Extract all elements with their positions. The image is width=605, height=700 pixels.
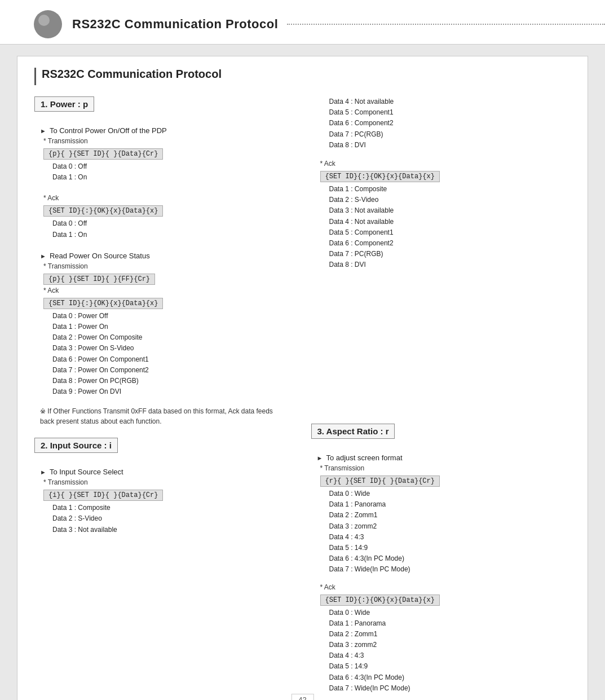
main-content: RS232C Communication Protocol 1. Power :… bbox=[17, 56, 588, 700]
aspect-bullet1: ► To adjust screen format bbox=[317, 454, 571, 462]
input-source-section-box: 2. Input Source : i bbox=[34, 438, 118, 453]
power-ack-data-0: Data 0 : Off bbox=[52, 218, 294, 229]
power-tx-data-1: Data 1 : On bbox=[52, 172, 294, 183]
aspect-ack-code: {SET ID}{:}{OK}{x}{Data}{x} bbox=[320, 595, 440, 606]
aspect-ack-d0: Data 0 : Wide bbox=[329, 607, 571, 618]
aspect-tx-d6: Data 6 : 4:3(In PC Mode) bbox=[329, 553, 571, 564]
section-input-source: 2. Input Source : i ► To Input Source Se… bbox=[34, 438, 294, 535]
power-tx-code: {p}{ }{SET ID}{ }{Data}{Cr} bbox=[43, 148, 163, 160]
power-ack2-label: * Ack bbox=[43, 287, 294, 294]
power-tx-label: * Transmission bbox=[43, 137, 294, 145]
header-title: RS232C Communication Protocol bbox=[72, 17, 278, 32]
power-ack2-d0: Data 0 : Power Off bbox=[52, 311, 294, 322]
aspect-tx-code: {r}{ }{SET ID}{ }{Data}{Cr} bbox=[320, 476, 440, 487]
input-bullet1-text: To Input Source Select bbox=[50, 468, 123, 476]
aspect-ack-d4: Data 4 : 4:3 bbox=[329, 650, 571, 661]
aspect-bullet1-text: To adjust screen format bbox=[326, 454, 402, 462]
power-ack2-d2: Data 2 : Power On Composite bbox=[52, 332, 294, 343]
power-tx-code2: {p}{ }{SET ID}{ }{FF}{Cr} bbox=[43, 274, 155, 285]
input-tx-d2: Data 2 : S-Video bbox=[52, 513, 294, 524]
header-bar: RS232C Communication Protocol bbox=[0, 0, 605, 45]
input-source-right: Data 4 : Not available Data 5 : Componen… bbox=[311, 96, 571, 424]
power-ack2-d5: Data 7 : Power On Component2 bbox=[52, 365, 294, 376]
header-logo bbox=[34, 10, 62, 38]
input-ack-d2: Data 2 : S-Video bbox=[329, 195, 571, 205]
power-tx-data-0: Data 0 : Off bbox=[52, 161, 294, 172]
power-ack-code: {SET ID}{:}{OK}{x}{Data}{x} bbox=[43, 205, 163, 217]
input-ack-d4: Data 4 : Not available bbox=[329, 217, 571, 227]
input-ack-d5: Data 5 : Component1 bbox=[329, 227, 571, 238]
aspect-tx-d2: Data 2 : Zomm1 bbox=[329, 510, 571, 521]
aspect-ratio-section-box: 3. Aspect Ratio : r bbox=[311, 424, 395, 439]
power-ack2-d4: Data 6 : Power On Component1 bbox=[52, 354, 294, 365]
section-power: 1. Power : p ► To Control Power On/Off o… bbox=[34, 96, 294, 426]
aspect-tx-d1: Data 1 : Panorama bbox=[329, 499, 571, 510]
aspect-ack-label: * Ack bbox=[320, 583, 571, 591]
input-tx-d8: Data 8 : DVI bbox=[329, 140, 571, 151]
power-ack2-d6: Data 8 : Power On PC(RGB) bbox=[52, 376, 294, 386]
power-note: ※ If Other Functions Transmit 0xFF data … bbox=[40, 406, 289, 426]
power-note-text: ※ If Other Functions Transmit 0xFF data … bbox=[40, 407, 273, 425]
power-ack-label: * Ack bbox=[43, 194, 294, 202]
input-tx-d5: Data 5 : Component1 bbox=[329, 107, 571, 118]
aspect-ack-d7: Data 7 : Wide(In PC Mode) bbox=[329, 683, 571, 694]
power-ack-data-1: Data 1 : On bbox=[52, 230, 294, 240]
power-bullet1-text: To Control Power On/Off of the PDP bbox=[50, 126, 167, 135]
power-bullet2-text: Read Power On Source Status bbox=[50, 252, 150, 260]
input-tx-d1: Data 1 : Composite bbox=[52, 503, 294, 513]
power-section-box: 1. Power : p bbox=[34, 96, 94, 112]
aspect-tx-d7: Data 7 : Wide(In PC Mode) bbox=[329, 564, 571, 575]
input-ack-code: {SET ID}{:}{OK}{x}{Data}{x} bbox=[320, 171, 440, 182]
input-ack-d8: Data 8 : DVI bbox=[329, 259, 571, 270]
bullet-arrow-4: ► bbox=[317, 455, 323, 461]
power-bullet1: ► To Control Power On/Off of the PDP bbox=[40, 126, 294, 135]
input-source-right-content: Data 4 : Not available Data 5 : Componen… bbox=[311, 96, 571, 424]
aspect-tx-d0: Data 0 : Wide bbox=[329, 488, 571, 499]
header-dots bbox=[287, 24, 605, 25]
page-wrapper: RS232C Communication Protocol RS232C Com… bbox=[0, 0, 605, 700]
input-source-title: 2. Input Source : i bbox=[41, 441, 112, 450]
col-right: Data 4 : Not available Data 5 : Componen… bbox=[311, 96, 571, 694]
power-ack2-d1: Data 1 : Power On bbox=[52, 322, 294, 332]
input-ack-d1: Data 1 : Composite bbox=[329, 184, 571, 195]
aspect-ack-d1: Data 1 : Panorama bbox=[329, 618, 571, 629]
input-ack-d6: Data 6 : Component2 bbox=[329, 238, 571, 249]
col-left: 1. Power : p ► To Control Power On/Off o… bbox=[34, 96, 294, 694]
input-ack-d7: Data 7 : PC(RGB) bbox=[329, 249, 571, 259]
input-tx-d6: Data 6 : Component2 bbox=[329, 118, 571, 129]
section-aspect-ratio: 3. Aspect Ratio : r ► To adjust screen f… bbox=[311, 424, 571, 694]
aspect-tx-d5: Data 5 : 14:9 bbox=[329, 543, 571, 553]
power-tx2-label: * Transmission bbox=[43, 262, 294, 270]
input-tx-d4: Data 4 : Not available bbox=[329, 96, 571, 107]
power-ack2-code: {SET ID}{:}{OK}{x}{Data}{x} bbox=[43, 298, 163, 309]
aspect-tx-d4: Data 4 : 4:3 bbox=[329, 532, 571, 543]
power-bullet2: ► Read Power On Source Status bbox=[40, 252, 294, 260]
input-ack-label: * Ack bbox=[320, 160, 571, 168]
aspect-ack-d5: Data 5 : 14:9 bbox=[329, 661, 571, 672]
aspect-ratio-title: 3. Aspect Ratio : r bbox=[317, 426, 389, 436]
page-number: 42 bbox=[298, 695, 306, 700]
page-heading: RS232C Communication Protocol bbox=[34, 68, 571, 85]
input-tx-code: {i}{ }{SET ID}{ }{Data}{Cr} bbox=[43, 490, 163, 501]
power-title: 1. Power : p bbox=[41, 99, 88, 109]
input-tx-d3: Data 3 : Not available bbox=[52, 525, 294, 535]
bullet-arrow-3: ► bbox=[40, 469, 46, 476]
aspect-tx-d3: Data 3 : zomm2 bbox=[329, 521, 571, 532]
input-tx-d7: Data 7 : PC(RGB) bbox=[329, 129, 571, 140]
bullet-arrow-1: ► bbox=[40, 127, 46, 134]
bullet-arrow-2: ► bbox=[40, 253, 46, 259]
aspect-ack-d2: Data 2 : Zomm1 bbox=[329, 629, 571, 640]
power-ack2-d3: Data 3 : Power On S-Video bbox=[52, 343, 294, 354]
input-ack-d3: Data 3 : Not available bbox=[329, 205, 571, 216]
input-tx-label: * Transmission bbox=[43, 478, 294, 486]
power-ack2-d7: Data 9 : Power On DVI bbox=[52, 386, 294, 397]
two-column-layout: 1. Power : p ► To Control Power On/Off o… bbox=[34, 96, 571, 694]
aspect-tx-label: * Transmission bbox=[320, 464, 571, 472]
aspect-ack-d3: Data 3 : zomm2 bbox=[329, 640, 571, 650]
input-bullet1: ► To Input Source Select bbox=[40, 468, 294, 476]
page-footer: 42 bbox=[291, 694, 313, 700]
aspect-ack-d6: Data 6 : 4:3(In PC Mode) bbox=[329, 672, 571, 683]
